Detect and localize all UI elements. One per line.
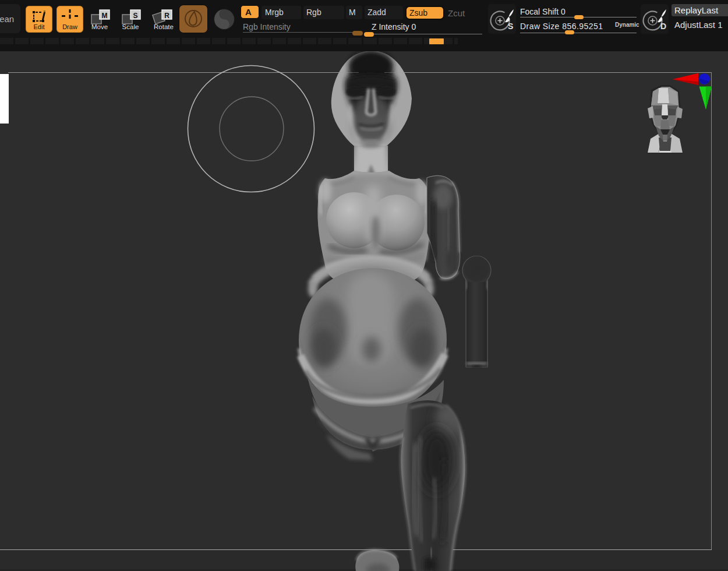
svg-text:S: S bbox=[508, 22, 513, 31]
svg-text:Draw: Draw bbox=[62, 23, 77, 30]
svg-text:R: R bbox=[164, 12, 169, 20]
svg-text:Move: Move bbox=[91, 23, 108, 30]
svg-text:D: D bbox=[660, 22, 666, 31]
svg-text:Scale: Scale bbox=[122, 23, 139, 30]
svg-text:Rotate: Rotate bbox=[154, 23, 174, 30]
svg-text:S: S bbox=[133, 12, 137, 20]
svg-text:Edit: Edit bbox=[34, 23, 45, 30]
svg-text:M: M bbox=[102, 12, 108, 20]
